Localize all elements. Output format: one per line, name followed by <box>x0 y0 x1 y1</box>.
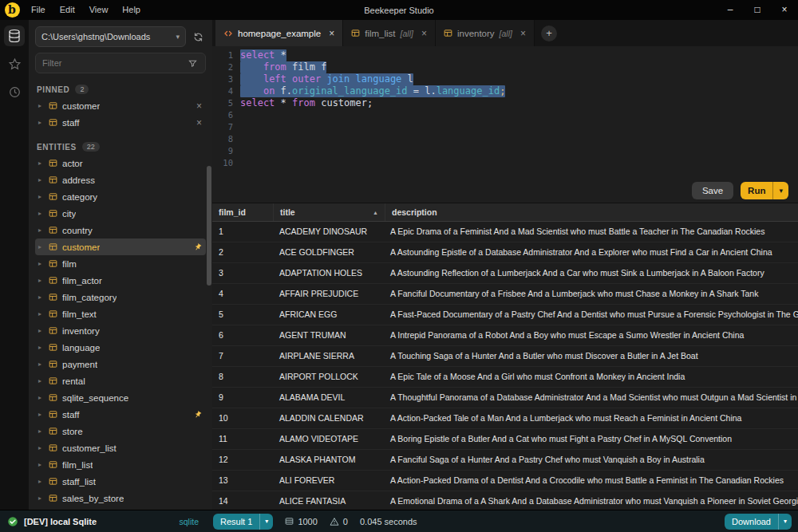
close-tab-icon[interactable]: × <box>520 29 526 38</box>
cell-description[interactable]: A Touching Saga of a Hunter And a Butler… <box>384 346 798 366</box>
cell-film_id[interactable]: 3 <box>212 263 273 283</box>
cell-film_id[interactable]: 7 <box>212 346 273 366</box>
sidebar-item-film[interactable]: ▸film <box>35 255 206 272</box>
filter-input[interactable] <box>41 57 184 69</box>
cell-description[interactable]: A Action-Packed Drama of a Dentist And a… <box>384 471 798 491</box>
editor-line[interactable]: 4 on f.original_language_id = l.language… <box>212 85 798 97</box>
editor-line[interactable]: 1select * <box>212 49 798 61</box>
tab-homepage_example[interactable]: homepage_example× <box>215 20 343 46</box>
close-tab-icon[interactable]: × <box>421 29 427 38</box>
cell-film_id[interactable]: 9 <box>212 388 273 408</box>
entities-section-header[interactable]: ENTITIES 22 <box>37 142 204 152</box>
cell-description[interactable]: A Boring Epistle of a Butler And a Cat w… <box>384 429 798 449</box>
pin-icon[interactable] <box>192 242 203 253</box>
cell-title[interactable]: ACE GOLDFINGER <box>273 242 384 262</box>
cell-film_id[interactable]: 13 <box>212 471 273 491</box>
cell-film_id[interactable]: 14 <box>212 491 273 510</box>
close-tab-icon[interactable]: × <box>329 29 334 38</box>
cell-description[interactable]: A Fanciful Documentary of a Frisbee And … <box>384 284 798 304</box>
cell-film_id[interactable]: 11 <box>212 429 273 449</box>
cell-description[interactable]: A Astounding Reflection of a Lumberjack … <box>384 263 798 283</box>
cell-title[interactable]: AFRICAN EGG <box>273 305 384 325</box>
cell-description[interactable]: A Intrepid Panorama of a Robot And a Boy… <box>384 325 798 345</box>
connection-name[interactable]: [DEV] local Sqlite <box>24 517 97 526</box>
sidebar-item-payment[interactable]: ▸payment <box>35 356 206 372</box>
editor-line[interactable]: 8 <box>212 133 798 145</box>
column-header-film_id[interactable]: film_id <box>212 203 274 221</box>
sidebar-item-address[interactable]: ▸address <box>35 171 206 188</box>
cell-title[interactable]: AFFAIR PREJUDICE <box>273 284 384 304</box>
editor-line[interactable]: 6 <box>212 109 798 121</box>
cell-title[interactable]: ALADDIN CALENDAR <box>273 408 384 428</box>
sidebar-scrollbar[interactable] <box>207 166 211 286</box>
pinned-section-header[interactable]: PINNED 2 <box>37 85 204 94</box>
menu-edit[interactable]: Edit <box>53 0 82 20</box>
pin-icon[interactable] <box>192 409 203 420</box>
sidebar-item-customer[interactable]: ▸customer× <box>35 97 206 114</box>
tab-film_list[interactable]: film_list[all]× <box>343 20 436 46</box>
sidebar-item-staff_list[interactable]: ▸staff_list <box>35 473 206 490</box>
cell-film_id[interactable]: 1 <box>212 222 273 242</box>
minimize-icon[interactable]: – <box>717 0 744 20</box>
download-button[interactable]: Download ▾ <box>725 514 792 530</box>
sidebar-item-customer[interactable]: ▸customer <box>35 238 206 255</box>
sidebar-item-inventory[interactable]: ▸inventory <box>35 322 206 339</box>
cell-description[interactable]: A Fanciful Saga of a Hunter And a Pastry… <box>384 450 798 470</box>
cell-film_id[interactable]: 8 <box>212 367 273 387</box>
cell-film_id[interactable]: 2 <box>212 242 273 262</box>
cell-title[interactable]: ALABAMA DEVIL <box>273 388 384 408</box>
database-path-dropdown[interactable]: C:\Users\ghstng\Downloads ▾ <box>35 26 186 47</box>
sidebar-item-film_list[interactable]: ▸film_list <box>35 456 206 473</box>
editor-line[interactable]: 5select * from customer; <box>212 97 798 109</box>
result-selector-button[interactable]: Result 1 ▾ <box>213 514 273 530</box>
cell-film_id[interactable]: 4 <box>212 284 273 304</box>
run-button[interactable]: Run ▾ <box>741 182 788 199</box>
history-clock-icon[interactable] <box>4 81 25 102</box>
sql-editor[interactable]: 1select *2 from film f3 left outer join … <box>212 46 798 179</box>
cell-description[interactable]: A Epic Tale of a Moose And a Girl who mu… <box>384 367 798 387</box>
database-icon[interactable] <box>4 26 25 46</box>
cell-description[interactable]: A Fast-Paced Documentary of a Pastry Che… <box>384 305 798 325</box>
cell-title[interactable]: AIRPLANE SIERRA <box>273 346 384 366</box>
favorites-star-icon[interactable] <box>4 53 25 74</box>
close-icon[interactable]: × <box>771 0 798 20</box>
menu-view[interactable]: View <box>82 0 116 20</box>
sidebar-item-sales_by_store[interactable]: ▸sales_by_store <box>35 490 206 506</box>
unpin-close-icon[interactable]: × <box>196 101 202 111</box>
new-tab-button[interactable]: + <box>541 26 557 41</box>
cell-title[interactable]: ALI FOREVER <box>273 471 384 491</box>
menu-file[interactable]: File <box>24 0 53 20</box>
sidebar-item-language[interactable]: ▸language <box>35 339 206 356</box>
sidebar-item-sqlite_sequence[interactable]: ▸sqlite_sequence <box>35 389 206 406</box>
sidebar-item-film_category[interactable]: ▸film_category <box>35 289 206 305</box>
cell-description[interactable]: A Astounding Epistle of a Database Admin… <box>384 242 798 262</box>
cell-title[interactable]: ADAPTATION HOLES <box>273 263 384 283</box>
cell-title[interactable]: ACADEMY DINOSAUR <box>273 222 384 242</box>
sidebar-item-film_text[interactable]: ▸film_text <box>35 305 206 322</box>
cell-film_id[interactable]: 5 <box>212 305 273 325</box>
editor-line[interactable]: 9 <box>212 145 798 157</box>
sidebar-item-customer_list[interactable]: ▸customer_list <box>35 439 206 456</box>
cell-film_id[interactable]: 10 <box>212 408 273 428</box>
cell-description[interactable]: A Thoughtful Panorama of a Database Admi… <box>384 388 798 408</box>
sidebar-item-category[interactable]: ▸category <box>35 188 206 205</box>
cell-title[interactable]: ALAMO VIDEOTAPE <box>273 429 384 449</box>
sidebar-item-city[interactable]: ▸city <box>35 205 206 222</box>
save-button[interactable]: Save <box>692 182 733 199</box>
editor-line[interactable]: 7 <box>212 121 798 133</box>
cell-description[interactable]: A Action-Packed Tale of a Man And a Lumb… <box>384 408 798 428</box>
cell-title[interactable]: AIRPORT POLLOCK <box>273 367 384 387</box>
tab-inventory[interactable]: inventory[all]× <box>436 20 535 46</box>
sidebar-item-staff[interactable]: ▸staff <box>35 406 206 423</box>
unpin-close-icon[interactable]: × <box>196 118 202 128</box>
column-header-description[interactable]: description∧ <box>385 203 798 221</box>
column-header-title[interactable]: title▲ <box>274 203 385 221</box>
cell-film_id[interactable]: 12 <box>212 450 273 470</box>
sidebar-item-rental[interactable]: ▸rental <box>35 372 206 389</box>
sidebar-item-actor[interactable]: ▸actor <box>35 155 206 171</box>
sidebar-item-film_actor[interactable]: ▸film_actor <box>35 272 206 289</box>
editor-line[interactable]: 2 from film f <box>212 61 798 73</box>
cell-description[interactable]: A Emotional Drama of a A Shark And a Dat… <box>384 491 798 510</box>
cell-description[interactable]: A Epic Drama of a Feminist And a Mad Sci… <box>384 222 798 242</box>
editor-line[interactable]: 10 <box>212 157 798 169</box>
